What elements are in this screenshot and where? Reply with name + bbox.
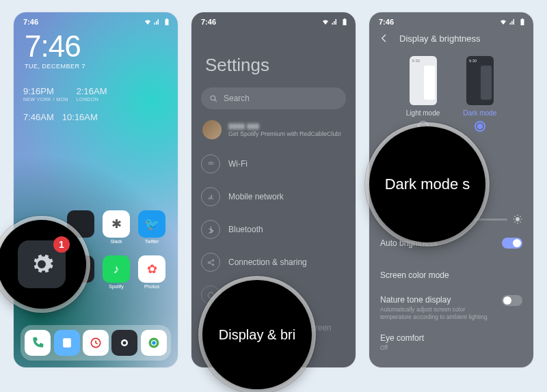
- search-placeholder: Search: [224, 94, 250, 103]
- eye-comfort-row[interactable]: Eye comfort Off: [380, 333, 522, 352]
- app-icon-spotify[interactable]: ♪Spotify: [103, 255, 130, 292]
- app-icon-photos[interactable]: ✿Photos: [138, 255, 165, 292]
- screen-color-mode-row[interactable]: Screen color mode: [380, 270, 522, 280]
- svg-point-8: [208, 262, 209, 263]
- svg-point-7: [211, 96, 215, 100]
- light-mode-preview: [410, 56, 437, 105]
- wifi-icon: [321, 18, 330, 26]
- page-title: Display & brightness: [399, 33, 481, 44]
- share-icon: [201, 253, 220, 272]
- phone-home-screen: 7:46 7:46 TUE, DECEMBER 7 9:16PM NEW YOR…: [14, 12, 178, 367]
- dock-chrome-icon[interactable]: [141, 330, 167, 356]
- world-clock-row-2: 7:46AM 10:16AM: [23, 112, 168, 122]
- account-row[interactable]: ▮▮▮▮ ▮▮▮ Get Spotify Premium with RedCab…: [202, 120, 346, 139]
- status-bar: 7:46: [369, 12, 533, 30]
- back-icon[interactable]: [379, 33, 390, 44]
- settings-item-mobile-network[interactable]: Mobile network: [201, 187, 346, 206]
- world-city: 9:16PM NEW YORK / MON: [23, 86, 68, 102]
- status-icons: [321, 18, 349, 26]
- account-name: ▮▮▮▮ ▮▮▮: [228, 121, 341, 130]
- status-icons: [144, 18, 171, 26]
- svg-point-10: [212, 264, 213, 265]
- toggle-off-icon[interactable]: [502, 295, 522, 306]
- callout-dark-mode-settings[interactable]: Dark mode s: [369, 126, 485, 242]
- signal-icon: [509, 18, 517, 26]
- search-input[interactable]: Search: [201, 87, 346, 109]
- world-clock-row-1: 9:16PM NEW YORK / MON 2:16AM LONDON: [23, 86, 168, 102]
- wifi-icon: [144, 18, 152, 26]
- nature-tone-row[interactable]: Nature tone display Automatically adjust…: [380, 295, 522, 320]
- callout-display-brightness[interactable]: Display & bri: [202, 280, 312, 389]
- clock-date: TUE, DECEMBER 7: [25, 63, 85, 70]
- dark-mode-preview: [466, 56, 494, 105]
- search-icon: [209, 94, 218, 103]
- auto-brightness-row[interactable]: Auto brightness: [380, 238, 522, 249]
- svg-point-9: [212, 260, 213, 261]
- theme-mode-selector: Light mode Dark mode: [369, 56, 533, 132]
- bluetooth-icon: [201, 220, 220, 239]
- callout-settings-app[interactable]: 1: [0, 220, 86, 309]
- toggle-on-icon[interactable]: [502, 238, 522, 249]
- dock-files-icon[interactable]: [54, 330, 80, 356]
- notification-badge: 1: [53, 236, 70, 253]
- page-title: Settings: [205, 55, 269, 76]
- signal-icon: [153, 18, 161, 26]
- app-row: ✱Slack 🐦Twitter: [67, 210, 165, 247]
- page-header: Display & brightness: [379, 33, 481, 44]
- status-bar: 7:46: [14, 12, 178, 30]
- lockscreen-clock: 7:46 TUE, DECEMBER 7: [25, 31, 85, 70]
- svg-point-3: [123, 341, 126, 345]
- callout-text: Display & bri: [219, 327, 295, 343]
- svg-point-11: [208, 292, 214, 298]
- dock-camera-icon[interactable]: [111, 330, 137, 356]
- svg-point-13: [516, 217, 520, 221]
- settings-app-icon[interactable]: 1: [18, 240, 66, 288]
- battery-icon: [341, 18, 349, 26]
- status-icons: [499, 18, 526, 26]
- dock: [21, 325, 171, 361]
- signal-icon: [331, 18, 339, 26]
- app-icon-slack[interactable]: ✱Slack: [103, 210, 130, 247]
- world-city: 7:46AM: [23, 112, 54, 122]
- signal-icon: [201, 187, 220, 206]
- avatar: [202, 120, 222, 139]
- settings-item-connection-sharing[interactable]: Connection & sharing: [201, 253, 346, 272]
- wifi-icon: [499, 18, 507, 26]
- settings-item-bluetooth[interactable]: Bluetooth: [201, 220, 346, 239]
- dock-phone-icon[interactable]: [25, 330, 51, 356]
- battery-icon: [163, 18, 171, 26]
- brightness-high-icon: [513, 214, 522, 224]
- settings-item-wifi[interactable]: Wi-Fi: [201, 154, 346, 173]
- battery-icon: [518, 18, 526, 26]
- app-icon-twitter[interactable]: 🐦Twitter: [138, 210, 165, 247]
- world-city: 2:16AM LONDON: [77, 86, 107, 102]
- status-bar: 7:46: [191, 12, 356, 30]
- clock-time: 7:46: [25, 31, 85, 61]
- wifi-icon: [201, 154, 220, 173]
- light-mode-option[interactable]: Light mode: [406, 56, 440, 132]
- svg-rect-0: [63, 338, 71, 347]
- callout-text: Dark mode s: [385, 176, 470, 193]
- status-time: 7:46: [201, 18, 216, 26]
- gear-icon: [29, 252, 54, 277]
- dock-clock-icon[interactable]: [83, 330, 109, 356]
- radio-icon: [475, 121, 485, 132]
- status-time: 7:46: [379, 18, 394, 26]
- status-time: 7:46: [23, 18, 38, 26]
- world-city: 10:16AM: [62, 112, 98, 122]
- account-subtitle: Get Spotify Premium with RedCableClub!: [228, 130, 341, 139]
- dark-mode-option[interactable]: Dark mode: [463, 56, 496, 132]
